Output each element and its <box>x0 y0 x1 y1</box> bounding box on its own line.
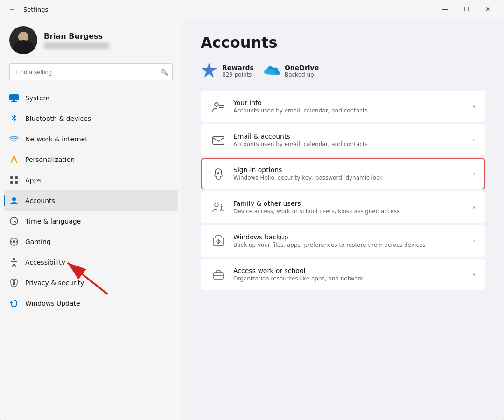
user-info: Brian Burgess <box>44 32 109 49</box>
avatar-body <box>13 40 34 54</box>
right-content: Accounts Rewards 829 points <box>182 19 504 420</box>
accounts-icon <box>9 196 19 205</box>
work-text: Access work or school Organization resou… <box>233 267 465 282</box>
settings-item-signin[interactable]: Sign-in options Windows Hello, security … <box>201 158 485 189</box>
accounts-label: Accounts <box>25 197 55 204</box>
network-label: Network & internet <box>25 135 88 143</box>
your-info-title: Your info <box>233 99 465 106</box>
sidebar: Brian Burgess 🔍 <box>0 19 182 420</box>
your-info-text: Your info Accounts used by email, calend… <box>233 99 465 114</box>
svg-point-21 <box>13 258 15 260</box>
work-chevron: › <box>473 271 475 278</box>
svg-rect-26 <box>13 282 15 285</box>
backup-icon <box>211 233 226 248</box>
work-desc: Organization resources like apps, and ne… <box>233 275 465 282</box>
family-chevron: › <box>473 204 475 210</box>
settings-item-your-info[interactable]: Your info Accounts used by email, calend… <box>201 91 485 122</box>
svg-point-20 <box>14 244 15 245</box>
svg-point-6 <box>13 156 15 158</box>
rewards-widget: Rewards 829 points <box>201 63 254 79</box>
avatar <box>9 26 37 54</box>
sidebar-item-update[interactable]: Windows Update <box>0 293 182 314</box>
svg-rect-10 <box>15 181 18 184</box>
rewards-text: Rewards 829 points <box>222 64 254 78</box>
system-label: System <box>25 94 49 102</box>
family-icon <box>211 200 226 215</box>
svg-point-35 <box>221 206 223 207</box>
onedrive-sub: Backed up <box>285 71 319 78</box>
svg-point-19 <box>14 238 15 240</box>
sidebar-item-system[interactable]: System <box>0 88 182 108</box>
apps-label: Apps <box>25 176 42 184</box>
sidebar-item-privacy[interactable]: Privacy & security <box>0 273 182 293</box>
search-box: 🔍 <box>9 63 173 80</box>
family-text: Family & other users Device access, work… <box>233 200 465 215</box>
title-bar-controls: — ☐ ✕ <box>434 2 498 17</box>
email-desc: Accounts used by email, calendar, and co… <box>233 141 465 147</box>
signin-desc: Windows Hello, security key, password, d… <box>233 175 465 181</box>
page-title: Accounts <box>201 34 485 51</box>
rewards-icon <box>201 63 217 79</box>
backup-text: Windows backup Back up your files, apps,… <box>233 233 465 248</box>
svg-point-29 <box>215 103 218 106</box>
svg-line-14 <box>14 221 16 222</box>
network-icon <box>9 134 19 144</box>
sidebar-item-accounts[interactable]: Accounts <box>4 190 178 211</box>
bluetooth-icon <box>9 114 19 123</box>
sidebar-item-time[interactable]: Time & language <box>0 211 182 231</box>
svg-rect-8 <box>15 176 18 179</box>
user-email <box>44 42 109 49</box>
sidebar-item-gaming[interactable]: Gaming <box>0 231 182 252</box>
update-label: Windows Update <box>25 300 80 307</box>
privacy-label: Privacy & security <box>25 279 84 287</box>
window-title: Settings <box>23 6 48 13</box>
title-bar: ← Settings — ☐ ✕ <box>0 0 504 19</box>
maximize-button[interactable]: ☐ <box>455 2 477 17</box>
work-title: Access work or school <box>233 267 465 274</box>
nav: System Bluetooth & devices <box>0 88 182 314</box>
sidebar-item-bluetooth[interactable]: Bluetooth & devices <box>0 108 182 129</box>
sidebar-item-accessibility[interactable]: Accessibility <box>0 252 182 273</box>
svg-line-25 <box>14 264 16 266</box>
svg-point-34 <box>215 203 218 207</box>
signin-chevron: › <box>473 170 475 177</box>
accessibility-label: Accessibility <box>25 259 65 266</box>
personalization-icon <box>9 155 19 164</box>
svg-point-5 <box>14 141 15 143</box>
backup-chevron: › <box>473 238 475 244</box>
backup-title: Windows backup <box>233 233 465 241</box>
accessibility-icon <box>9 258 19 267</box>
svg-rect-2 <box>11 101 17 102</box>
gaming-label: Gaming <box>25 238 51 245</box>
settings-item-backup[interactable]: Windows backup Back up your files, apps,… <box>201 225 485 257</box>
svg-point-16 <box>13 240 15 243</box>
backup-desc: Back up your files, apps, preferences to… <box>233 242 465 248</box>
svg-marker-27 <box>9 301 13 303</box>
settings-item-family[interactable]: Family & other users Device access, work… <box>201 191 485 223</box>
email-chevron: › <box>473 137 475 143</box>
main-content: Brian Burgess 🔍 <box>0 19 504 420</box>
sidebar-item-personalization[interactable]: Personalization <box>0 149 182 170</box>
settings-item-work[interactable]: Access work or school Organization resou… <box>201 259 485 290</box>
search-icon: 🔍 <box>161 69 168 76</box>
sidebar-item-apps[interactable]: Apps <box>0 170 182 190</box>
rewards-title: Rewards <box>222 64 254 71</box>
family-desc: Device access, work or school users, kio… <box>233 208 465 215</box>
svg-point-18 <box>16 241 18 243</box>
settings-item-email[interactable]: Email & accounts Accounts used by email,… <box>201 124 485 156</box>
onedrive-widget: OneDrive Backed up <box>263 63 319 79</box>
minimize-button[interactable]: — <box>434 2 455 17</box>
your-info-icon <box>211 99 226 114</box>
bluetooth-label: Bluetooth & devices <box>25 115 91 122</box>
close-button[interactable]: ✕ <box>477 2 498 17</box>
user-profile: Brian Burgess <box>0 19 182 63</box>
apps-icon <box>9 175 19 185</box>
svg-rect-1 <box>13 100 15 101</box>
svg-rect-9 <box>10 181 13 184</box>
back-button[interactable]: ← <box>6 3 19 16</box>
search-input[interactable] <box>9 63 173 80</box>
email-text: Email & accounts Accounts used by email,… <box>233 133 465 147</box>
email-title: Email & accounts <box>233 133 465 140</box>
sidebar-item-network[interactable]: Network & internet <box>0 129 182 149</box>
signin-text: Sign-in options Windows Hello, security … <box>233 166 465 181</box>
